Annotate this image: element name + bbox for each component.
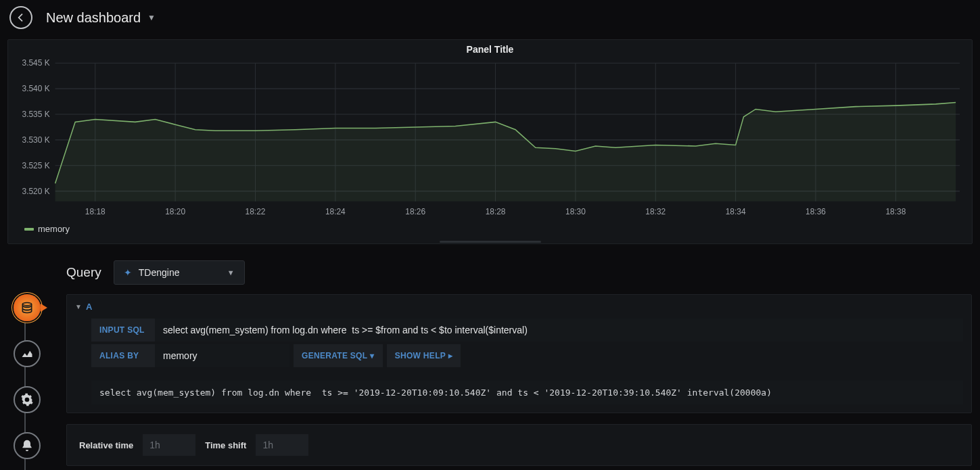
arrow-left-icon	[16, 12, 26, 23]
resize-grip-icon	[440, 241, 541, 243]
label-alias-by: ALIAS BY	[91, 344, 155, 367]
query-header: Query ✦ TDengine ▼	[54, 256, 972, 294]
svg-text:3.540 K: 3.540 K	[22, 84, 51, 93]
svg-text:18:22: 18:22	[246, 206, 266, 216]
legend-swatch	[24, 228, 34, 231]
datasource-icon: ✦	[124, 267, 132, 278]
svg-text:3.530 K: 3.530 K	[22, 135, 51, 145]
label-time-shift: Time shift	[205, 440, 246, 450]
label-relative-time: Relative time	[79, 440, 133, 450]
time-options: Relative time Time shift	[66, 424, 972, 466]
svg-text:3.535 K: 3.535 K	[22, 110, 51, 119]
rail-tab-query[interactable]	[14, 294, 41, 321]
svg-text:18:38: 18:38	[885, 206, 906, 216]
query-row-id: A	[86, 302, 92, 312]
topbar: New dashboard ▼	[0, 0, 980, 35]
datasource-name: TDengine	[139, 267, 180, 278]
editor-main: Query ✦ TDengine ▼ ▼ A INPUT SQL	[54, 256, 980, 470]
editor-mode-rail	[0, 256, 54, 470]
chevron-down-icon: ▼	[75, 303, 82, 310]
generate-sql-button[interactable]: GENERATE SQL▾	[294, 344, 383, 367]
svg-text:18:34: 18:34	[726, 206, 746, 216]
svg-text:18:28: 18:28	[486, 206, 506, 216]
panel: Panel Title 3.545 K3.540 K3.535 K3.530 K…	[7, 39, 973, 244]
legend: memory	[8, 221, 972, 239]
dashboard-title-dropdown[interactable]: New dashboard ▼	[46, 10, 156, 26]
svg-text:18:24: 18:24	[325, 206, 346, 216]
resolved-sql-output: select avg(mem_system) from log.dn where…	[91, 381, 963, 404]
chart-icon	[20, 347, 34, 360]
show-help-button[interactable]: SHOW HELP▸	[387, 344, 461, 367]
chevron-down-icon: ▾	[370, 351, 374, 360]
svg-text:18:20: 18:20	[165, 206, 185, 216]
chevron-down-icon: ▼	[147, 13, 156, 22]
svg-text:3.520 K: 3.520 K	[22, 187, 51, 196]
query-heading: Query	[66, 265, 101, 280]
bell-icon	[20, 439, 34, 452]
datasource-picker[interactable]: ✦ TDengine ▼	[114, 260, 245, 285]
panel-resize-handle[interactable]	[8, 239, 972, 243]
back-button[interactable]	[9, 6, 32, 29]
query-row: ▼ A INPUT SQL ALIAS BY GENERATE SQL▾	[66, 294, 972, 413]
svg-text:3.545 K: 3.545 K	[22, 59, 51, 68]
panel-editor: Query ✦ TDengine ▼ ▼ A INPUT SQL	[0, 256, 980, 470]
svg-text:18:18: 18:18	[85, 206, 106, 216]
svg-text:18:26: 18:26	[405, 206, 425, 216]
chevron-right-icon: ▸	[448, 351, 452, 360]
chart-svg: 3.545 K3.540 K3.535 K3.530 K3.525 K3.520…	[11, 59, 965, 221]
alias-by-field[interactable]	[155, 344, 289, 367]
query-row-toggle[interactable]: ▼ A	[67, 295, 971, 319]
rail-tab-general[interactable]	[14, 386, 41, 413]
chart-area[interactable]: 3.545 K3.540 K3.535 K3.530 K3.525 K3.520…	[8, 56, 972, 221]
time-shift-input[interactable]	[256, 434, 308, 456]
svg-text:18:36: 18:36	[806, 206, 826, 216]
label-input-sql: INPUT SQL	[91, 319, 155, 342]
svg-text:18:30: 18:30	[565, 206, 586, 216]
rail-tab-visualization[interactable]	[14, 340, 41, 367]
dashboard-title-text: New dashboard	[46, 10, 141, 26]
chevron-down-icon: ▼	[227, 268, 235, 277]
svg-text:18:32: 18:32	[645, 206, 666, 216]
svg-text:3.525 K: 3.525 K	[22, 161, 51, 170]
panel-title: Panel Title	[8, 40, 972, 56]
rail-tab-alert[interactable]	[14, 432, 41, 459]
input-sql-field[interactable]	[155, 319, 963, 342]
legend-label: memory	[38, 224, 70, 234]
gear-bug-icon	[20, 393, 34, 406]
database-icon	[20, 301, 34, 314]
relative-time-input[interactable]	[143, 434, 195, 456]
